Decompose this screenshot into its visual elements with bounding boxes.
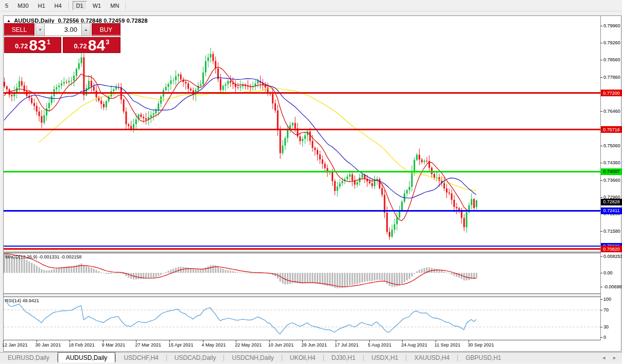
rsi-pane-top-border — [4, 297, 600, 297]
rsi-tick-mark — [600, 299, 602, 300]
price-axis-separator — [600, 16, 601, 340]
rsi-tick-label: 100 — [603, 297, 611, 302]
date-tick-label: 12 Jan 2021 — [2, 342, 28, 348]
macd-tick-label: 0.00 — [603, 270, 613, 275]
macd-tick-mark — [600, 256, 602, 257]
price-level-line[interactable] — [4, 248, 600, 250]
price-level-badge: 0.72411 — [601, 207, 622, 214]
date-tick-label: 9 Mar 2021 — [102, 342, 126, 348]
timeframe-toolbar: 5M30H1H4D1W1MN — [0, 0, 622, 11]
tab-ukoil-h4[interactable]: UKOil,H4 — [282, 353, 323, 362]
sell-price-prefix: 0.72 — [15, 42, 28, 50]
tab-usdcad-daily[interactable]: USDCAD,Daily — [167, 353, 224, 362]
price-level-line[interactable] — [4, 246, 600, 247]
chart-tab-bar: EURUSD,DailyAUDUSD,DailyUSDCHF,H4USDCAD,… — [0, 352, 622, 362]
tab-scroll-arrows: ◄► — [601, 353, 617, 362]
current-price-badge: 0.72828 — [601, 199, 622, 205]
rsi-indicator-canvas[interactable] — [4, 297, 600, 340]
macd-indicator-canvas[interactable] — [4, 253, 600, 293]
sell-price-box[interactable]: 0.72 83 1 — [4, 37, 61, 53]
tab-xauusd-h4[interactable]: XAUUSD,H4 — [406, 353, 457, 362]
timeframe-button-m30[interactable]: M30 — [14, 1, 32, 10]
timeframe-button-5[interactable]: 5 — [2, 1, 12, 10]
rsi-tick-mark — [600, 310, 602, 310]
volume-input[interactable] — [45, 23, 81, 36]
tab-gbpusd-h1[interactable]: GBPUSD,H1 — [458, 353, 509, 362]
rsi-tick-label: 30 — [603, 324, 609, 330]
price-level-badge: 0.70820 — [601, 246, 622, 252]
sell-price-big: 83 — [29, 38, 46, 53]
collapse-icon[interactable]: ▲ — [7, 19, 11, 23]
date-tick-label: 30 Jan 2021 — [36, 342, 61, 348]
date-tick-label: 11 Sep 2021 — [435, 342, 460, 348]
tab-audusd-daily[interactable]: AUDUSD,Daily — [58, 352, 116, 362]
date-tick-label: 17 Jul 2021 — [335, 342, 359, 348]
price-tick-label: 0.79260 — [603, 40, 620, 45]
buy-price-pip: 3 — [106, 38, 109, 46]
price-tick-mark — [600, 163, 602, 163]
date-tick-label: 5 Aug 2021 — [368, 342, 392, 348]
tab-scroll-left-icon[interactable]: ◄ — [601, 355, 606, 360]
tab-usdx-h1[interactable]: USDX,H1 — [364, 353, 406, 362]
macd-pane-top-border — [4, 253, 600, 253]
timeframe-button-h1[interactable]: H1 — [34, 1, 49, 10]
price-level-line[interactable] — [4, 92, 600, 94]
macd-tick-label: -0.006987 — [603, 284, 622, 289]
buy-price-box[interactable]: 0.72 84 3 — [63, 37, 120, 53]
price-tick-mark — [600, 231, 602, 232]
tab-usdchf-h4[interactable]: USDCHF,H4 — [116, 353, 166, 362]
price-tick-label: 0.74360 — [603, 160, 620, 165]
price-tick-mark — [600, 180, 602, 181]
tab-usdcnh-daily[interactable]: USDCNH,Daily — [224, 353, 281, 362]
buy-price-big: 84 — [88, 38, 105, 53]
date-tick-label: 27 Mar 2021 — [135, 342, 161, 348]
macd-tick-label: 0.008253 — [603, 254, 622, 259]
tab-scroll-right-icon[interactable]: ► — [612, 355, 617, 360]
price-level-line[interactable] — [4, 210, 600, 212]
price-tick-label: 0.73660 — [603, 178, 620, 183]
chevron-up-icon: ▲ — [84, 28, 88, 31]
chevron-down-icon: ▼ — [39, 28, 42, 31]
tab-dj30-h1[interactable]: DJ30,H1 — [324, 353, 364, 362]
toolbar-separator — [126, 2, 127, 10]
volume-decrease-button[interactable]: ▼ — [36, 23, 45, 36]
rsi-tick-label: 0 — [603, 335, 606, 340]
buy-button[interactable]: BUY — [92, 23, 120, 36]
price-tick-mark — [600, 60, 602, 60]
tab-eurusd-daily[interactable]: EURUSD,Daily — [0, 353, 57, 362]
rsi-label: RSI(14) 49.9421 — [5, 298, 39, 303]
price-tick-mark — [600, 26, 602, 26]
date-tick-label: 15 Apr 2021 — [168, 342, 194, 348]
timeframe-button-d1[interactable]: D1 — [73, 1, 87, 10]
price-tick-mark — [600, 146, 602, 146]
rsi-tick-label: 70 — [603, 307, 609, 313]
price-tick-mark — [600, 77, 602, 78]
buy-price-prefix: 0.72 — [74, 42, 87, 50]
price-tick-label: 0.77860 — [603, 75, 620, 80]
macd-label: MACD(12,26,9) -0.001331 -0.002158 — [5, 254, 82, 259]
date-tick-label: 22 May 2021 — [235, 342, 262, 348]
price-level-badge: 0.77200 — [601, 90, 622, 96]
rsi-tick-mark — [600, 337, 602, 338]
timeframe-button-w1[interactable]: W1 — [89, 1, 105, 10]
price-level-line[interactable] — [4, 171, 600, 172]
sell-button[interactable]: SELL — [4, 23, 34, 36]
one-click-trading-panel: SELL ▼ ▲ BUY 0.72 83 1 0.72 84 3 — [4, 23, 120, 53]
price-tick-mark — [600, 111, 602, 112]
price-level-line[interactable] — [4, 129, 600, 130]
date-tick-label: 29 Jun 2021 — [301, 342, 327, 348]
date-tick-label: 10 Jun 2021 — [268, 342, 294, 348]
macd-tick-mark — [600, 287, 602, 287]
timeframe-button-h4[interactable]: H4 — [51, 1, 65, 10]
date-tick-label: 4 May 2021 — [202, 342, 226, 348]
date-tick-label: 18 Feb 2021 — [68, 342, 95, 348]
price-level-badge: 0.74007 — [601, 168, 622, 175]
price-tick-label: 0.75060 — [603, 143, 620, 148]
price-level-badge: 0.75716 — [601, 126, 622, 133]
macd-tick-mark — [600, 273, 602, 273]
rsi-tick-mark — [600, 327, 602, 327]
price-tick-label: 0.76460 — [603, 109, 620, 114]
date-tick-label: 24 Aug 2021 — [401, 342, 427, 348]
volume-increase-button[interactable]: ▲ — [81, 23, 91, 36]
timeframe-button-mn[interactable]: MN — [107, 1, 123, 10]
